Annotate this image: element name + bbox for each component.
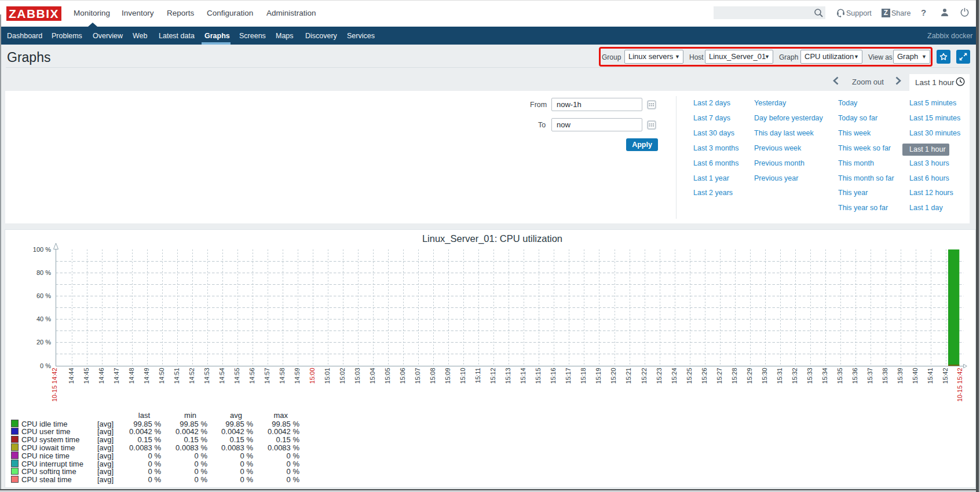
- svg-text:15:12: 15:12: [489, 368, 496, 384]
- svg-text:15:32: 15:32: [791, 368, 798, 384]
- svg-text:80 %: 80 %: [36, 269, 51, 276]
- svg-text:15:38: 15:38: [882, 368, 888, 384]
- svg-text:15:23: 15:23: [656, 368, 663, 384]
- svg-text:100 %: 100 %: [33, 246, 51, 253]
- svg-text:15:08: 15:08: [429, 368, 436, 384]
- svg-text:15:42: 15:42: [942, 368, 949, 384]
- svg-text:15:16: 15:16: [550, 368, 557, 384]
- svg-text:15:31: 15:31: [776, 368, 783, 384]
- svg-text:15:06: 15:06: [399, 368, 406, 384]
- svg-text:15:37: 15:37: [866, 368, 873, 384]
- svg-text:10-15 15:42: 10-15 15:42: [957, 368, 964, 402]
- svg-text:15:17: 15:17: [565, 368, 572, 384]
- svg-text:15:11: 15:11: [474, 368, 481, 383]
- svg-text:14:50: 14:50: [158, 368, 165, 384]
- svg-text:15:21: 15:21: [626, 368, 632, 384]
- svg-text:0 %: 0 %: [40, 362, 51, 369]
- svg-text:10-15 14:42: 10-15 14:42: [52, 368, 58, 402]
- svg-text:15:18: 15:18: [580, 368, 587, 384]
- svg-text:14:49: 14:49: [143, 368, 150, 384]
- svg-text:15:25: 15:25: [686, 368, 693, 384]
- svg-text:15:10: 15:10: [459, 368, 466, 384]
- svg-text:15:02: 15:02: [339, 368, 346, 384]
- svg-text:15:40: 15:40: [912, 368, 919, 384]
- svg-text:14:54: 14:54: [218, 368, 225, 384]
- svg-text:15:13: 15:13: [504, 368, 511, 384]
- svg-text:15:20: 15:20: [610, 368, 617, 384]
- svg-text:15:01: 15:01: [324, 368, 331, 384]
- svg-text:15:22: 15:22: [641, 368, 648, 384]
- svg-text:15:14: 15:14: [520, 368, 526, 384]
- svg-text:15:36: 15:36: [851, 368, 858, 384]
- svg-text:15:24: 15:24: [671, 368, 678, 384]
- svg-text:15:26: 15:26: [701, 368, 708, 384]
- svg-text:14:46: 14:46: [98, 368, 105, 384]
- svg-text:15:03: 15:03: [354, 368, 361, 384]
- svg-text:14:55: 14:55: [233, 368, 240, 384]
- svg-text:15:33: 15:33: [806, 368, 813, 384]
- svg-text:15:29: 15:29: [746, 368, 753, 384]
- svg-text:40 %: 40 %: [36, 315, 51, 322]
- svg-text:15:27: 15:27: [716, 368, 723, 384]
- svg-text:14:48: 14:48: [128, 368, 135, 384]
- svg-text:15:15: 15:15: [535, 368, 542, 384]
- svg-text:15:39: 15:39: [897, 368, 904, 384]
- svg-text:14:52: 14:52: [188, 368, 195, 384]
- svg-text:15:05: 15:05: [384, 368, 391, 384]
- svg-text:15:30: 15:30: [761, 368, 768, 384]
- svg-text:15:09: 15:09: [444, 368, 451, 384]
- svg-text:14:56: 14:56: [248, 368, 255, 384]
- svg-text:14:47: 14:47: [113, 368, 120, 384]
- svg-text:14:51: 14:51: [173, 368, 180, 384]
- svg-text:15:19: 15:19: [595, 368, 602, 384]
- svg-text:15:04: 15:04: [369, 368, 376, 384]
- svg-text:15:34: 15:34: [821, 368, 828, 384]
- svg-text:15:07: 15:07: [414, 368, 421, 384]
- svg-text:14:53: 14:53: [203, 368, 210, 384]
- svg-text:14:57: 14:57: [264, 368, 270, 384]
- svg-text:14:44: 14:44: [68, 368, 75, 384]
- svg-text:14:45: 14:45: [83, 368, 90, 384]
- svg-text:15:35: 15:35: [836, 368, 843, 384]
- svg-text:14:58: 14:58: [279, 368, 286, 384]
- svg-text:14:59: 14:59: [294, 368, 301, 384]
- svg-text:15:41: 15:41: [927, 368, 934, 384]
- svg-text:15:28: 15:28: [731, 368, 738, 384]
- svg-text:20 %: 20 %: [36, 339, 51, 346]
- svg-text:15:00: 15:00: [309, 368, 316, 384]
- svg-text:60 %: 60 %: [36, 292, 51, 299]
